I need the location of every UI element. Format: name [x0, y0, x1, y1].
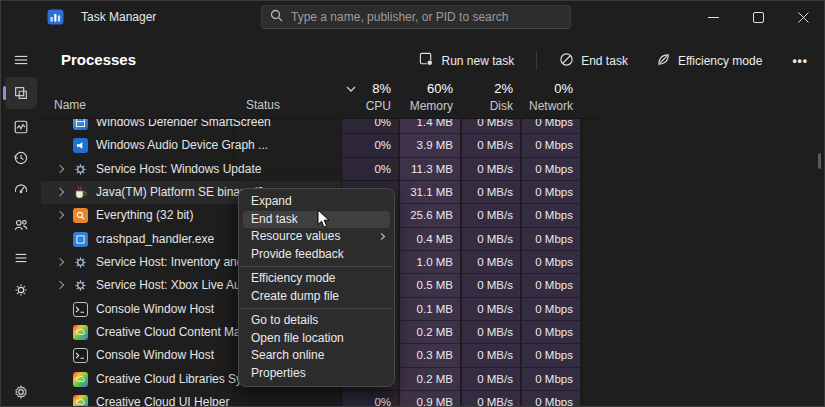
search-icon — [270, 8, 283, 26]
memory-cell: 0.9 MB — [400, 391, 460, 407]
task-manager-app-icon — [47, 9, 64, 25]
network-cell: 0 Mbps — [522, 368, 580, 391]
memory-cell: 11.3 MB — [400, 158, 460, 181]
menu-item-expand[interactable]: Expand — [239, 193, 394, 211]
network-cell: 0 Mbps — [522, 321, 580, 344]
memory-cell: 0.3 MB — [400, 344, 460, 367]
memory-cell: 0.4 MB — [400, 228, 460, 251]
menu-item-provide-feedback[interactable]: Provide feedback — [239, 246, 394, 264]
settings-icon — [13, 384, 29, 400]
sidebar-item-users[interactable] — [5, 210, 37, 240]
sidebar-nav — [1, 33, 41, 407]
network-cell: 0 Mbps — [522, 204, 580, 227]
memory-cell: 0.1 MB — [400, 298, 460, 321]
more-options-button[interactable]: ••• — [784, 50, 816, 72]
service-host-icon — [73, 255, 88, 270]
expand-chevron-icon[interactable] — [56, 164, 64, 172]
crashpad-icon — [73, 232, 88, 247]
menu-item-create-dump-file[interactable]: Create dump file — [239, 288, 394, 306]
audio-icon — [73, 138, 88, 153]
search-box[interactable] — [261, 5, 571, 29]
column-header-network[interactable]: 0% Network — [522, 76, 580, 119]
process-name: Creative Cloud UI Helper — [96, 391, 229, 407]
table-row[interactable]: Creative Cloud UI Helper 0% 0.9 MB 0 MB/… — [41, 391, 601, 407]
menu-separator — [240, 266, 393, 267]
column-header-disk[interactable]: 2% Disk — [462, 76, 520, 119]
process-table-header: Name Status 8% CPU 60% Memory 2% Disk 0%… — [41, 76, 601, 119]
process-name: Console Window Host — [96, 344, 214, 367]
sidebar-item-startup-apps[interactable] — [5, 174, 37, 204]
end-task-button[interactable]: End task — [553, 48, 634, 74]
everything-icon — [73, 208, 88, 223]
minimize-button[interactable] — [691, 1, 736, 33]
search-input[interactable] — [291, 10, 562, 24]
creative-cloud-icon — [73, 395, 88, 407]
network-cell: 0 Mbps — [522, 274, 580, 297]
memory-cell: 0.2 MB — [400, 321, 460, 344]
expand-chevron-icon[interactable] — [56, 211, 64, 219]
table-row[interactable]: Windows Audio Device Graph ... 0% 3.9 MB… — [41, 134, 601, 157]
sidebar-item-details[interactable] — [5, 243, 37, 273]
console-icon — [73, 348, 88, 363]
expand-chevron-icon[interactable] — [56, 258, 64, 266]
disk-cell: 0 MB/s — [462, 158, 520, 181]
hamburger-menu-icon[interactable] — [5, 45, 37, 75]
efficiency-mode-icon — [656, 52, 671, 70]
service-host-icon — [73, 162, 88, 177]
sidebar-item-processes[interactable] — [5, 77, 37, 109]
column-header-memory[interactable]: 60% Memory — [400, 76, 460, 119]
page-title: Processes — [61, 51, 136, 68]
network-cell: 0 Mbps — [522, 298, 580, 321]
processes-icon — [13, 85, 29, 101]
run-new-task-button[interactable]: Run new task — [413, 48, 520, 74]
process-name: crashpad_handler.exe — [96, 228, 214, 251]
maximize-button[interactable] — [736, 1, 781, 33]
toolbar-divider — [536, 52, 537, 70]
process-name: Service Host: Inventory and C — [96, 251, 255, 274]
creative-cloud-icon — [73, 325, 88, 340]
efficiency-mode-button[interactable]: Efficiency mode — [650, 48, 769, 74]
close-button[interactable] — [781, 1, 825, 33]
sidebar-item-services[interactable] — [5, 275, 37, 305]
network-cell: 0 Mbps — [522, 181, 580, 204]
app-history-icon — [13, 150, 29, 166]
table-row[interactable]: Service Host: Windows Update 0% 11.3 MB … — [41, 158, 601, 181]
startup-apps-icon — [13, 181, 29, 197]
menu-item-efficiency-mode[interactable]: Efficiency mode — [239, 270, 394, 288]
menu-item-properties[interactable]: Properties — [239, 365, 394, 383]
expand-chevron-icon[interactable] — [56, 281, 64, 289]
process-name: Windows Audio Device Graph ... — [96, 134, 268, 157]
network-cell: 0 Mbps — [522, 344, 580, 367]
column-header-cpu[interactable]: 8% CPU — [342, 76, 398, 119]
performance-icon — [13, 119, 29, 135]
memory-cell: 0.5 MB — [400, 274, 460, 297]
disk-cell: 0 MB/s — [462, 134, 520, 157]
process-name: Everything (32 bit) — [96, 204, 193, 227]
action-toolbar: Run new task End task Efficiency mode ••… — [413, 48, 816, 74]
column-header-name[interactable]: Name — [54, 98, 86, 112]
users-icon — [13, 217, 29, 233]
submenu-chevron-icon — [378, 233, 385, 240]
creative-cloud-icon — [73, 372, 88, 387]
menu-item-go-to-details[interactable]: Go to details — [239, 312, 394, 330]
scrollbar-thumb[interactable] — [818, 153, 821, 169]
column-header-status[interactable]: Status — [246, 98, 280, 112]
menu-item-open-file-location[interactable]: Open file location — [239, 330, 394, 348]
main-panel: Processes Run new task End task Efficien… — [41, 33, 825, 407]
cpu-cell: 0% — [342, 391, 398, 407]
run-new-task-icon — [419, 52, 434, 70]
details-icon — [13, 250, 29, 266]
task-manager-window: Task Manager — [0, 0, 825, 407]
menu-item-search-online[interactable]: Search online — [239, 347, 394, 365]
process-name: Service Host: Windows Update — [96, 158, 261, 181]
network-cell: 0 Mbps — [522, 391, 580, 407]
network-cell: 0 Mbps — [522, 251, 580, 274]
sidebar-item-settings[interactable] — [5, 377, 37, 407]
console-icon — [73, 302, 88, 317]
sidebar-item-performance[interactable] — [5, 112, 37, 142]
process-name: Creative Cloud Libraries Synch — [96, 368, 261, 391]
cpu-cell: 0% — [342, 134, 398, 157]
sidebar-item-app-history[interactable] — [5, 143, 37, 173]
memory-cell: 1.0 MB — [400, 251, 460, 274]
window-title: Task Manager — [81, 10, 156, 24]
